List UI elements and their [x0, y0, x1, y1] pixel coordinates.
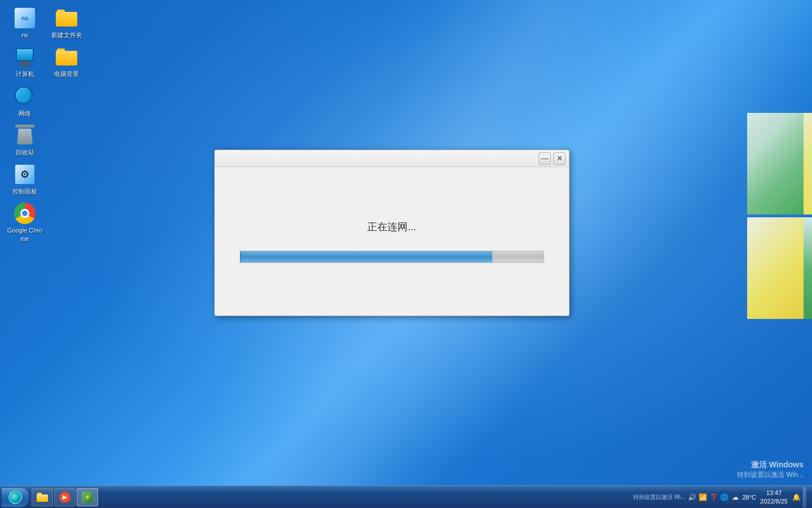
tray-weather-icon[interactable]: ☁ [731, 493, 740, 502]
chrome-icon [14, 203, 36, 224]
desktop-icon-wallpaper[interactable]: 电脑背景 [46, 43, 87, 80]
win-panel-yellow-thin [804, 113, 812, 214]
close-icon: ✕ [557, 154, 563, 163]
recycle-label: 回收站 [16, 148, 34, 156]
system-tray: 转到设置以激活 Wi... 🔊 📶 ❓ 🌐 ☁ 28°C 13:47 2022/… [629, 487, 811, 507]
progress-bar-fill [240, 251, 492, 262]
computer-label: 计算机 [16, 70, 34, 78]
tray-time: 13:47 2022/8/25 [758, 489, 789, 505]
win-panel-yellow [747, 217, 804, 319]
progress-bar-container [240, 251, 544, 263]
desktop-icon-network[interactable]: 🌐 网络 [5, 83, 45, 120]
desktop-icon-recycle[interactable]: 回收站 [5, 122, 45, 159]
ns-icon: ns [14, 7, 36, 29]
desktop-icon-new-folder[interactable]: 新建文件夹 [46, 5, 87, 41]
start-orb-icon [8, 491, 22, 504]
folder-icon [56, 10, 77, 27]
taskbar: ▶ ⚡ 转到设置以激活 Wi... 🔊 📶 ❓ 🌐 ☁ 28°C 13:47 [0, 485, 812, 508]
minimize-button[interactable]: — [539, 152, 551, 165]
desktop: ns ns 新建文件夹 [0, 0, 812, 508]
desktop-icon-grid: ns ns 新建文件夹 [5, 5, 87, 247]
status-text: 正在连网... [367, 220, 416, 234]
desktop-icon-control-panel[interactable]: ⚙ 控制面板 [5, 161, 45, 198]
desktop-icon-google-chrome[interactable]: Google Chrome [5, 200, 45, 245]
tray-network-icon[interactable]: 📶 [698, 493, 707, 502]
tray-clock: 13:47 [766, 489, 782, 497]
activate-watermark: 激活 Windows 转到设置以激活 Win... [737, 460, 804, 480]
taskbar-item-media-player[interactable]: ▶ [54, 488, 76, 506]
watermark-line2: 转到设置以激活 Win... [737, 470, 804, 480]
tray-notification-icon[interactable]: 🔔 [792, 493, 801, 502]
minimize-icon: — [541, 154, 549, 163]
taskbar-items: ▶ ⚡ [29, 488, 629, 506]
start-button[interactable] [1, 487, 29, 507]
tray-lang-icon[interactable]: 🌐 [720, 493, 729, 502]
tray-date: 2022/8/25 [760, 497, 788, 505]
ns-label: ns [21, 31, 28, 39]
watermark-line1: 激活 Windows [737, 460, 804, 470]
network-icon: 🌐 [15, 86, 35, 107]
computer-icon [16, 48, 34, 67]
desktop-icon-ns[interactable]: ns ns [5, 5, 45, 41]
win-panel-green-thin [804, 217, 812, 319]
control-panel-icon: ⚙ [15, 164, 35, 185]
tray-notice[interactable]: 转到设置以激活 Wi... [633, 493, 686, 501]
taskbar-setup-icon: ⚡ [82, 492, 93, 503]
network-label: 网络 [19, 110, 31, 117]
wallpaper-folder-icon [56, 49, 77, 65]
taskbar-item-file-explorer[interactable] [32, 488, 53, 506]
chrome-label: Google Chrome [7, 226, 43, 243]
tray-temperature: 28°C [742, 494, 756, 501]
tray-icons: 🔊 📶 ❓ 🌐 [687, 493, 729, 502]
close-button[interactable]: ✕ [553, 152, 566, 165]
dialog-titlebar: — ✕ [215, 150, 569, 167]
control-panel-label: 控制面板 [12, 187, 37, 195]
dialog-content: 正在连网... [215, 167, 569, 316]
tray-volume-icon[interactable]: 🔊 [687, 493, 696, 502]
recycle-icon [15, 125, 34, 146]
connection-dialog: — ✕ 正在连网... [214, 150, 570, 316]
taskbar-media-icon: ▶ [59, 492, 70, 503]
taskbar-folder-icon [37, 492, 48, 503]
taskbar-item-setup[interactable]: ⚡ [77, 488, 98, 506]
show-desktop-button[interactable] [803, 487, 806, 507]
windows-logo [739, 113, 812, 327]
win-panel-green [747, 113, 804, 214]
wallpaper-label: 电脑背景 [54, 70, 79, 78]
tray-help-icon[interactable]: ❓ [709, 493, 718, 502]
desktop-icon-computer[interactable]: 计算机 [5, 43, 45, 80]
new-folder-label: 新建文件夹 [51, 31, 82, 39]
